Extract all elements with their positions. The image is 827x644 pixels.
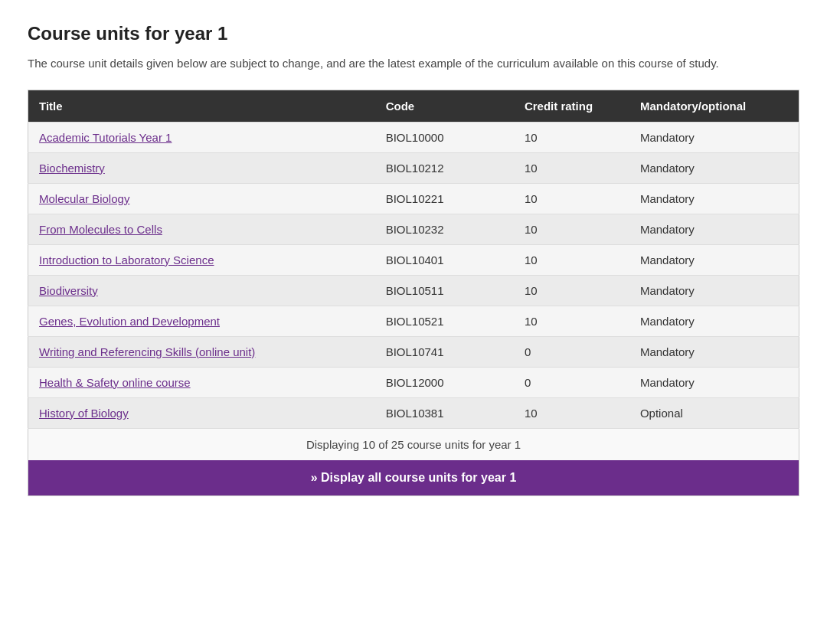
course-units-table: Title Code Credit rating Mandatory/optio…: [28, 90, 799, 496]
display-all-cell[interactable]: » Display all course units for year 1: [28, 460, 799, 496]
course-code: BIOL12000: [375, 367, 514, 397]
course-code: BIOL10511: [375, 275, 514, 306]
page-title: Course units for year 1: [28, 23, 799, 44]
credit-rating: 10: [514, 306, 629, 336]
footer-text: Displaying 10 of 25 course units for yea…: [28, 428, 799, 460]
credit-rating: 10: [514, 183, 629, 214]
course-code: BIOL10000: [375, 122, 514, 152]
mandatory-status: Mandatory: [629, 183, 799, 214]
mandatory-status: Mandatory: [629, 336, 799, 367]
course-code: BIOL10232: [375, 214, 514, 244]
course-code: BIOL10401: [375, 244, 514, 275]
table-row: Introduction to Laboratory ScienceBIOL10…: [28, 244, 799, 275]
table-row: BiochemistryBIOL1021210Mandatory: [28, 152, 799, 183]
table-row: Health & Safety online courseBIOL120000M…: [28, 367, 799, 397]
credit-rating: 10: [514, 275, 629, 306]
credit-rating: 10: [514, 214, 629, 244]
table-footer-row: Displaying 10 of 25 course units for yea…: [28, 428, 799, 460]
table-row: History of BiologyBIOL1038110Optional: [28, 397, 799, 428]
course-link[interactable]: History of Biology: [39, 407, 129, 420]
mandatory-status: Mandatory: [629, 275, 799, 306]
mandatory-status: Mandatory: [629, 367, 799, 397]
course-link[interactable]: Health & Safety online course: [39, 376, 191, 389]
course-link[interactable]: From Molecules to Cells: [39, 223, 162, 236]
course-link[interactable]: Academic Tutorials Year 1: [39, 131, 172, 144]
credit-rating: 10: [514, 152, 629, 183]
mandatory-status: Mandatory: [629, 152, 799, 183]
course-code: BIOL10381: [375, 397, 514, 428]
course-code: BIOL10221: [375, 183, 514, 214]
course-code: BIOL10741: [375, 336, 514, 367]
table-header-row: Title Code Credit rating Mandatory/optio…: [28, 90, 799, 122]
mandatory-status: Mandatory: [629, 306, 799, 336]
mandatory-status: Mandatory: [629, 122, 799, 152]
course-link[interactable]: Biodiversity: [39, 284, 98, 297]
display-all-row[interactable]: » Display all course units for year 1: [28, 460, 799, 496]
mandatory-status: Mandatory: [629, 244, 799, 275]
course-link[interactable]: Molecular Biology: [39, 192, 129, 205]
table-row: Writing and Referencing Skills (online u…: [28, 336, 799, 367]
course-code: BIOL10212: [375, 152, 514, 183]
credit-rating: 10: [514, 122, 629, 152]
table-row: Genes, Evolution and DevelopmentBIOL1052…: [28, 306, 799, 336]
credit-rating: 0: [514, 336, 629, 367]
header-title: Title: [28, 90, 375, 122]
course-link[interactable]: Biochemistry: [39, 162, 105, 175]
table-row: Molecular BiologyBIOL1022110Mandatory: [28, 183, 799, 214]
course-link[interactable]: Introduction to Laboratory Science: [39, 253, 214, 266]
table-row: From Molecules to CellsBIOL1023210Mandat…: [28, 214, 799, 244]
credit-rating: 10: [514, 397, 629, 428]
course-link[interactable]: Genes, Evolution and Development: [39, 315, 220, 328]
header-code: Code: [375, 90, 514, 122]
display-all-button[interactable]: » Display all course units for year 1: [28, 460, 799, 495]
mandatory-status: Optional: [629, 397, 799, 428]
table-row: BiodiversityBIOL1051110Mandatory: [28, 275, 799, 306]
table-row: Academic Tutorials Year 1BIOL1000010Mand…: [28, 122, 799, 152]
course-link[interactable]: Writing and Referencing Skills (online u…: [39, 345, 255, 358]
mandatory-status: Mandatory: [629, 214, 799, 244]
header-credit-rating: Credit rating: [514, 90, 629, 122]
intro-text: The course unit details given below are …: [28, 55, 799, 73]
course-code: BIOL10521: [375, 306, 514, 336]
header-mandatory-optional: Mandatory/optional: [629, 90, 799, 122]
credit-rating: 0: [514, 367, 629, 397]
credit-rating: 10: [514, 244, 629, 275]
